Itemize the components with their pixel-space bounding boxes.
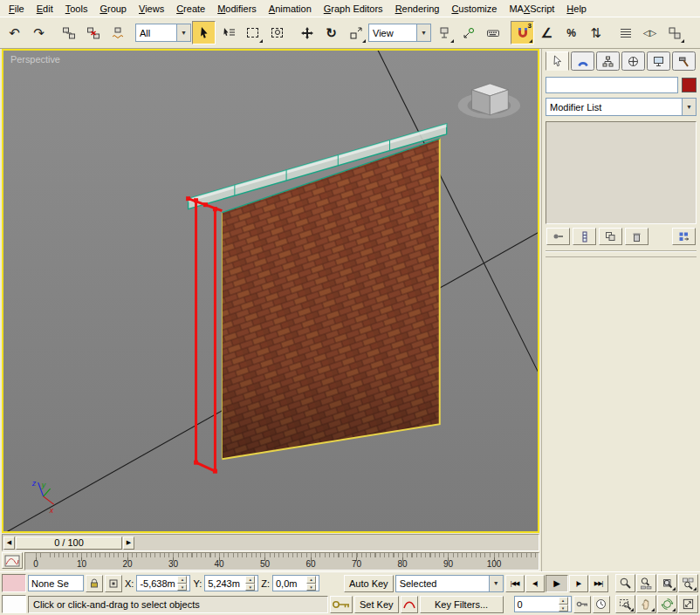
- tab-utilities[interactable]: [672, 51, 696, 71]
- go-to-end-button[interactable]: ▶▶|: [589, 575, 608, 592]
- snap-toggle-button[interactable]: 3: [511, 21, 534, 44]
- go-to-start-button[interactable]: |◀◀: [505, 575, 525, 592]
- bind-to-spacewarp-button[interactable]: [106, 21, 129, 44]
- align-button[interactable]: [662, 21, 686, 44]
- z-coordinate-field[interactable]: 0,0m ▴▾: [272, 575, 319, 591]
- selection-lock-toggle-button[interactable]: [86, 575, 103, 592]
- select-and-move-button[interactable]: [295, 21, 319, 44]
- track-bar-ruler[interactable]: 0102030405060708090100: [24, 552, 539, 571]
- pin-stack-button[interactable]: [546, 228, 570, 245]
- zoom-region-button[interactable]: [615, 595, 635, 613]
- rectangular-selection-region-button[interactable]: [241, 21, 264, 44]
- selection-count-field[interactable]: None Se: [28, 575, 84, 591]
- select-and-link-button[interactable]: [57, 21, 80, 44]
- menu-graph-editors[interactable]: Graph Editors: [318, 1, 389, 17]
- time-slider-thumb[interactable]: 0 / 100: [16, 536, 122, 550]
- chevron-down-icon[interactable]: ▼: [416, 24, 430, 41]
- pan-button[interactable]: [636, 595, 656, 613]
- menu-create[interactable]: Create: [170, 1, 211, 17]
- time-configuration-button[interactable]: [593, 596, 610, 613]
- chevron-down-icon[interactable]: ▼: [176, 24, 190, 41]
- tab-create[interactable]: [546, 51, 569, 71]
- y-spinner[interactable]: ▴▾: [245, 576, 255, 591]
- named-selection-sets-button[interactable]: [614, 21, 637, 44]
- zoom-extents-all-button[interactable]: [678, 574, 698, 592]
- absolute-offset-mode-button[interactable]: [105, 575, 122, 592]
- object-name-input[interactable]: [546, 77, 678, 93]
- menu-rendering[interactable]: Rendering: [389, 1, 446, 17]
- show-end-result-button[interactable]: [573, 228, 596, 245]
- key-mode-dropdown[interactable]: Selected ▼: [395, 575, 504, 592]
- select-and-scale-button[interactable]: [344, 21, 367, 44]
- x-coordinate-field[interactable]: -5,638m ▴▾: [136, 575, 190, 591]
- object-color-swatch[interactable]: [682, 78, 697, 92]
- auto-key-button[interactable]: Auto Key: [344, 575, 394, 592]
- modifier-stack-list[interactable]: [546, 121, 697, 224]
- remove-modifier-button[interactable]: [625, 228, 649, 245]
- arc-rotate-button[interactable]: [657, 595, 677, 613]
- time-slider-next-arrow[interactable]: ▶: [123, 536, 134, 550]
- frame-spinner[interactable]: ▴▾: [559, 597, 568, 612]
- tab-display[interactable]: [647, 51, 670, 71]
- set-keys-button[interactable]: [330, 596, 353, 613]
- select-by-name-button[interactable]: [216, 21, 240, 44]
- reference-coordinate-system-dropdown[interactable]: View ▼: [368, 24, 431, 42]
- make-unique-button[interactable]: [599, 228, 622, 245]
- tab-hierarchy[interactable]: [596, 51, 620, 71]
- select-and-manipulate-button[interactable]: [456, 21, 480, 44]
- tab-motion[interactable]: [621, 51, 645, 71]
- menu-help[interactable]: Help: [560, 1, 593, 17]
- default-in-out-tangents-button[interactable]: [401, 596, 418, 613]
- configure-modifier-sets-button[interactable]: [672, 228, 696, 245]
- menu-group[interactable]: Group: [93, 1, 133, 17]
- next-frame-button[interactable]: |▶: [569, 575, 588, 592]
- modifier-list-dropdown[interactable]: Modifier List ▼: [546, 98, 697, 116]
- current-frame-field[interactable]: 0 ▴▾: [514, 596, 572, 612]
- mirror-button[interactable]: ◁▷: [638, 21, 662, 44]
- perspective-viewport[interactable]: z y x Perspective: [2, 49, 539, 533]
- set-key-mode-button[interactable]: Set Key: [354, 596, 399, 613]
- spinner-snap-toggle-button[interactable]: ⇅: [584, 21, 607, 44]
- menu-animation[interactable]: Animation: [263, 1, 318, 17]
- viewport-scene[interactable]: z y x Perspective: [3, 51, 538, 531]
- selection-filter-dropdown[interactable]: All ▼: [135, 24, 191, 42]
- select-and-rotate-button[interactable]: ↻: [319, 21, 343, 44]
- zoom-all-button[interactable]: [636, 574, 656, 592]
- rollout-area[interactable]: [546, 256, 697, 570]
- keyboard-shortcut-override-button[interactable]: [481, 21, 504, 44]
- menu-modifiers[interactable]: Modifiers: [211, 1, 263, 17]
- menu-maxscript[interactable]: MAXScript: [503, 1, 560, 17]
- use-pivot-point-button[interactable]: [432, 21, 456, 44]
- x-spinner[interactable]: ▴▾: [177, 576, 187, 591]
- menu-customize[interactable]: Customize: [445, 1, 503, 17]
- chevron-down-icon[interactable]: ▼: [682, 99, 696, 115]
- y-coordinate-field[interactable]: 5,243m ▴▾: [204, 575, 258, 591]
- previous-frame-button[interactable]: ◀|: [525, 575, 545, 592]
- time-slider[interactable]: ◀ 0 / 100 ▶: [2, 534, 539, 551]
- chevron-down-icon[interactable]: ▼: [489, 576, 503, 591]
- mini-curve-editor-button[interactable]: [2, 552, 23, 569]
- menu-edit[interactable]: Edit: [31, 1, 59, 17]
- zoom-extents-button[interactable]: [657, 574, 677, 592]
- maxscript-mini-listener-strip[interactable]: [2, 595, 26, 613]
- min-max-toggle-button[interactable]: [678, 595, 698, 613]
- viewport-label[interactable]: Perspective: [10, 54, 60, 65]
- zoom-button[interactable]: [615, 574, 635, 592]
- play-button[interactable]: ▶: [546, 575, 568, 592]
- time-slider-prev-arrow[interactable]: ◀: [3, 536, 15, 550]
- angle-snap-toggle-button[interactable]: ∠: [535, 21, 559, 44]
- key-mode-toggle-button[interactable]: [573, 596, 591, 613]
- undo-button[interactable]: ↶: [3, 21, 26, 44]
- window-crossing-toggle-button[interactable]: [265, 21, 289, 44]
- select-object-button[interactable]: [192, 21, 216, 44]
- maxscript-macro-recorder-strip[interactable]: [2, 574, 26, 592]
- menu-tools[interactable]: Tools: [59, 1, 94, 17]
- redo-button[interactable]: ↷: [27, 21, 51, 44]
- menu-views[interactable]: Views: [133, 1, 170, 17]
- unlink-selection-button[interactable]: [81, 21, 105, 44]
- z-spinner[interactable]: ▴▾: [306, 576, 316, 591]
- key-filters-button[interactable]: Key Filters...: [420, 596, 504, 613]
- menu-file[interactable]: File: [3, 1, 31, 17]
- time-slider-track[interactable]: [135, 536, 538, 550]
- percent-snap-toggle-button[interactable]: %: [559, 21, 583, 44]
